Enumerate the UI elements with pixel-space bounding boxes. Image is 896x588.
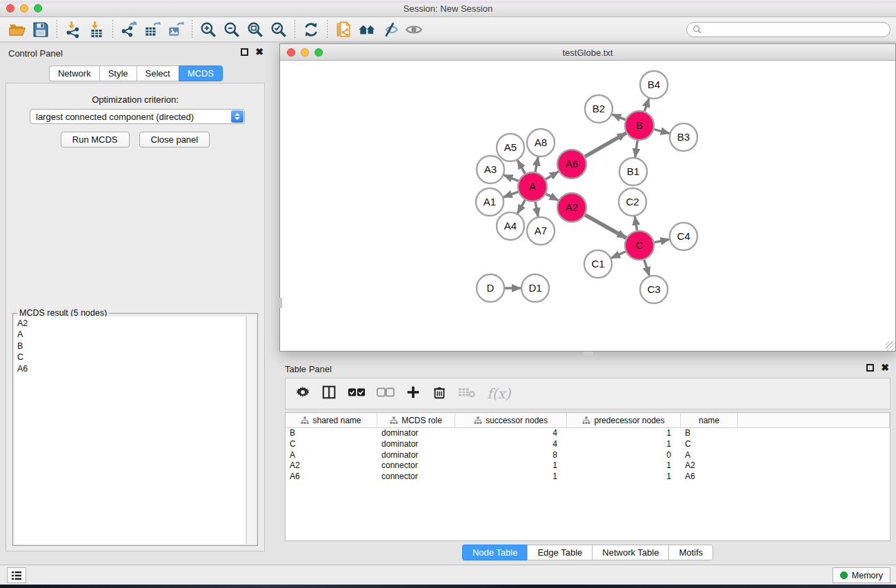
graph-node-B1[interactable]: B1 xyxy=(619,158,647,185)
hide-graphics-details-icon[interactable] xyxy=(379,19,402,40)
zoom-fit-icon[interactable] xyxy=(243,19,267,40)
table-cell[interactable]: 4 xyxy=(455,428,567,439)
table-options-icon[interactable] xyxy=(295,385,310,403)
search-box[interactable] xyxy=(686,22,890,37)
graph-node-A6[interactable]: A6 xyxy=(557,150,586,179)
graph-node-C[interactable]: C xyxy=(625,231,654,260)
graph-edge-A-A6[interactable] xyxy=(546,172,559,179)
search-input[interactable] xyxy=(702,25,884,34)
graph-edge-C-C4[interactable] xyxy=(655,239,670,242)
table-cell[interactable]: dominator xyxy=(377,439,455,450)
table-cell[interactable]: 1 xyxy=(455,472,567,483)
network-vertical-scrollbar[interactable] xyxy=(279,298,282,308)
tab-network-table[interactable]: Network Table xyxy=(592,545,668,560)
graph-edge-B-B3[interactable] xyxy=(654,130,669,134)
graph-node-C3[interactable]: C3 xyxy=(640,276,668,303)
table-cell[interactable]: A2 xyxy=(681,460,738,472)
graph-node-A7[interactable]: A7 xyxy=(527,217,555,245)
criterion-select[interactable]: largest connected component (directed) xyxy=(30,109,245,124)
table-cell[interactable]: 8 xyxy=(455,450,567,461)
mcds-result-item[interactable]: A xyxy=(17,329,243,340)
create-column-icon[interactable] xyxy=(406,385,421,403)
float-panel-icon[interactable] xyxy=(241,48,248,56)
table-cell[interactable]: A xyxy=(681,450,738,461)
zoom-selected-icon[interactable] xyxy=(267,19,290,40)
mcds-result-item[interactable]: A6 xyxy=(17,363,243,374)
save-session-icon[interactable] xyxy=(29,19,52,40)
float-table-panel-icon[interactable] xyxy=(866,364,874,372)
table-cell[interactable]: connector xyxy=(377,472,455,483)
graph-edge-B-B1[interactable] xyxy=(635,141,637,157)
table-cell[interactable]: A xyxy=(286,450,377,461)
tab-motifs[interactable]: Motifs xyxy=(668,545,713,560)
graph-edge-A-A3[interactable] xyxy=(504,175,518,181)
tab-node-table[interactable]: Node Table xyxy=(462,545,528,560)
mcds-result-list[interactable]: A2ABCA6 xyxy=(14,316,246,544)
graph-node-D1[interactable]: D1 xyxy=(521,274,549,302)
graph-edge-B-B2[interactable] xyxy=(612,114,625,120)
apply-layout-icon[interactable] xyxy=(299,19,323,40)
new-network-from-selection-icon[interactable] xyxy=(332,19,355,40)
table-cell[interactable]: dominator xyxy=(377,450,455,461)
open-file-icon[interactable] xyxy=(6,19,29,40)
close-panel-icon[interactable]: ✖ xyxy=(255,48,263,56)
graph-node-C1[interactable]: C1 xyxy=(584,250,612,278)
memory-button[interactable]: Memory xyxy=(833,567,890,583)
mcds-result-item[interactable]: A2 xyxy=(17,318,243,329)
graph-node-A2[interactable]: A2 xyxy=(557,193,586,222)
graph-edge-A-A1[interactable] xyxy=(504,192,518,197)
table-cell[interactable]: 1 xyxy=(567,460,681,472)
table-cell[interactable]: 0 xyxy=(567,450,681,461)
network-horizontal-scrollbar[interactable] xyxy=(583,352,593,356)
graph-edge-A-A8[interactable] xyxy=(535,157,538,172)
table-row[interactable]: A6connector11A6 xyxy=(286,472,890,483)
mcds-result-item[interactable]: C xyxy=(17,352,243,363)
table-cell[interactable]: dominator xyxy=(377,428,455,439)
graph-node-B[interactable]: B xyxy=(625,111,654,140)
table-cell[interactable]: A6 xyxy=(681,472,738,483)
table-cell[interactable]: A2 xyxy=(286,460,377,472)
close-panel-button[interactable]: Close panel xyxy=(139,132,210,148)
select-all-columns-icon[interactable] xyxy=(348,386,366,401)
graph-node-A1[interactable]: A1 xyxy=(476,188,504,216)
run-mcds-button[interactable]: Run MCDS xyxy=(61,132,130,148)
window-resize-grip[interactable] xyxy=(886,341,895,351)
show-graphics-details-icon[interactable] xyxy=(402,19,426,40)
column-header[interactable]: shared name xyxy=(286,413,377,428)
graph-node-C4[interactable]: C4 xyxy=(670,223,697,250)
graph-edge-A6-B[interactable] xyxy=(585,133,626,156)
graph-edge-C-C1[interactable] xyxy=(611,252,626,258)
tab-edge-table[interactable]: Edge Table xyxy=(527,545,592,560)
network-window-titlebar[interactable]: testGlobe.txt xyxy=(280,44,895,61)
table-cell[interactable]: 1 xyxy=(567,439,681,450)
network-canvas[interactable]: B4B2BB3A5A8A6B1A3AA1C2A2A4A7C4CC1C3DD1 xyxy=(280,61,895,351)
table-row[interactable]: Bdominator41B xyxy=(286,428,890,439)
graph-node-D[interactable]: D xyxy=(477,274,504,302)
column-header[interactable]: predecessor nodes xyxy=(567,413,681,428)
graph-node-A3[interactable]: A3 xyxy=(477,156,504,183)
column-header[interactable]: name xyxy=(681,413,738,428)
graph-edge-A2-C[interactable] xyxy=(585,215,626,238)
graph-edge-A-A5[interactable] xyxy=(517,160,525,174)
mcds-result-scrollbar[interactable] xyxy=(246,316,256,544)
export-network-icon[interactable] xyxy=(117,19,141,40)
delete-columns-icon[interactable] xyxy=(432,385,447,403)
graph-node-C2[interactable]: C2 xyxy=(619,188,646,216)
mcds-result-item[interactable]: B xyxy=(17,341,243,352)
table-row[interactable]: Cdominator41C xyxy=(286,439,890,450)
delete-table-icon[interactable] xyxy=(458,385,476,402)
graph-node-A[interactable]: A xyxy=(518,172,547,201)
graph-edge-C-C2[interactable] xyxy=(635,216,637,231)
table-cell[interactable]: C xyxy=(681,439,738,450)
table-cell[interactable]: 1 xyxy=(567,472,681,483)
graph-node-A8[interactable]: A8 xyxy=(527,129,555,156)
graph-edge-B-B4[interactable] xyxy=(644,99,649,111)
table-cell[interactable]: 1 xyxy=(567,428,681,439)
graph-node-A5[interactable]: A5 xyxy=(497,134,524,161)
export-image-icon[interactable] xyxy=(164,19,188,40)
tab-style[interactable]: Style xyxy=(99,65,137,81)
first-neighbors-icon[interactable] xyxy=(355,19,379,40)
table-cell[interactable]: C xyxy=(286,439,377,450)
table-cell[interactable]: B xyxy=(286,428,377,439)
zoom-out-icon[interactable] xyxy=(220,19,243,40)
